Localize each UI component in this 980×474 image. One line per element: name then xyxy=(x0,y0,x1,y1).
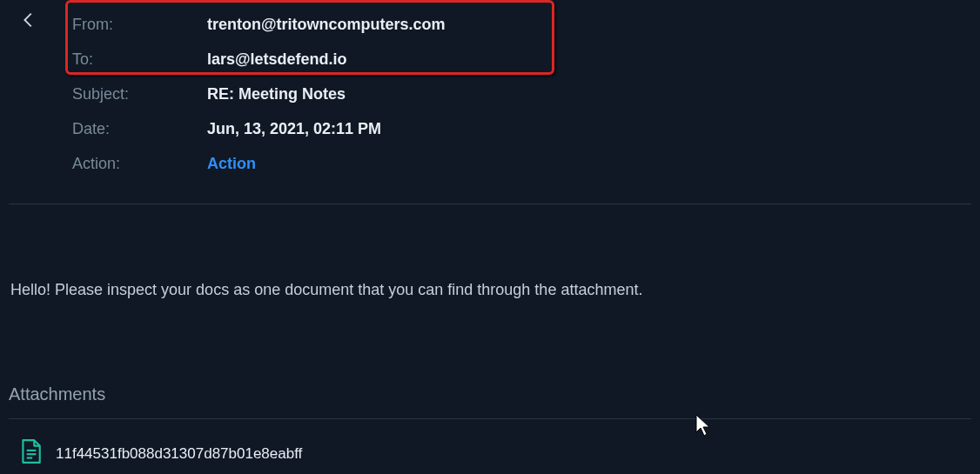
action-label: Action: xyxy=(72,146,207,181)
divider xyxy=(9,418,971,419)
date-value: Jun, 13, 2021, 02:11 PM xyxy=(207,111,381,146)
to-value: lars@letsdefend.io xyxy=(207,42,347,77)
attachment-item[interactable]: 11f44531fb088d31307d87b01e8eabff xyxy=(19,438,980,469)
from-row: From: trenton@tritowncomputers.com xyxy=(72,7,980,42)
subject-value: RE: Meeting Notes xyxy=(207,77,346,111)
divider xyxy=(9,204,971,204)
from-value: trenton@tritowncomputers.com xyxy=(207,7,446,42)
from-label: From: xyxy=(72,7,207,42)
file-icon xyxy=(19,438,42,469)
action-row: Action: Action xyxy=(72,146,980,181)
attachment-name: 11f44531fb088d31307d87b01e8eabff xyxy=(56,445,302,463)
to-row: To: lars@letsdefend.io xyxy=(72,42,980,77)
date-label: Date: xyxy=(72,111,207,146)
email-header: From: trenton@tritowncomputers.com To: l… xyxy=(72,0,980,181)
back-button[interactable] xyxy=(19,10,38,34)
to-label: To: xyxy=(72,42,207,77)
attachments-heading: Attachments xyxy=(9,384,980,404)
subject-row: Subject: RE: Meeting Notes xyxy=(72,77,980,111)
arrow-left-icon xyxy=(19,16,38,33)
email-body: Hello! Please inspect your docs as one d… xyxy=(10,281,980,299)
date-row: Date: Jun, 13, 2021, 02:11 PM xyxy=(72,111,980,146)
action-link[interactable]: Action xyxy=(207,146,256,181)
subject-label: Subject: xyxy=(72,77,207,111)
